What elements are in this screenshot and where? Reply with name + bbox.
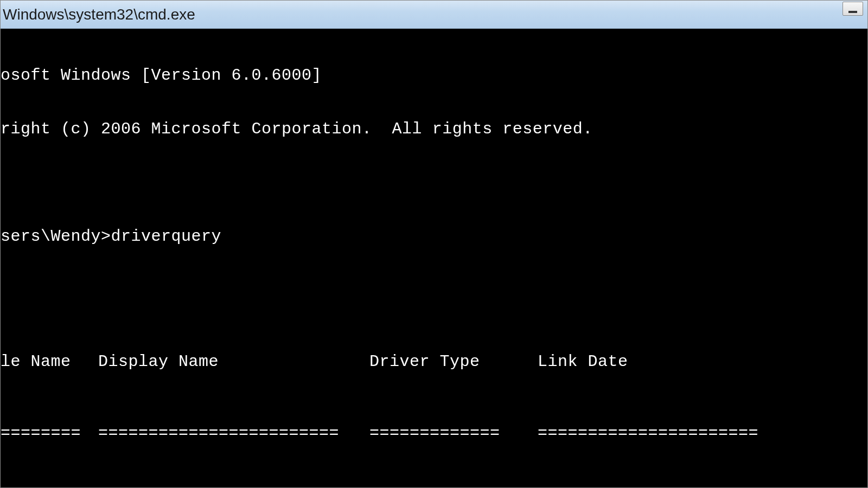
col-header-type: Driver Type — [369, 353, 538, 371]
blank-line — [1, 281, 867, 299]
divider: ======================== — [98, 425, 369, 442]
prompt-line: sers\Wendy>driverquery — [1, 228, 867, 246]
col-header-date: Link Date — [538, 353, 867, 371]
window-titlebar[interactable]: Windows\system32\cmd.exe — [1, 1, 867, 29]
col-header-display: Display Name — [98, 353, 369, 371]
divider: ====================== — [538, 425, 867, 442]
window-title: Windows\system32\cmd.exe — [1, 6, 843, 23]
minimize-icon — [848, 11, 857, 13]
table-divider-row: ======== ======================== ======… — [1, 425, 867, 442]
col-header-module: le Name — [1, 353, 98, 371]
divider: ======== — [1, 425, 98, 442]
banner-line: osoft Windows [Version 6.0.6000] — [1, 67, 867, 85]
blank-line — [1, 174, 867, 192]
cmd-window: Windows\system32\cmd.exe osoft Windows [… — [0, 0, 868, 488]
minimize-button[interactable] — [843, 2, 863, 16]
terminal-output[interactable]: osoft Windows [Version 6.0.6000] right (… — [1, 29, 867, 487]
table-header-row: le Name Display Name Driver Type Link Da… — [1, 353, 867, 371]
divider: ============= — [369, 425, 538, 442]
banner-line: right (c) 2006 Microsoft Corporation. Al… — [1, 120, 867, 138]
